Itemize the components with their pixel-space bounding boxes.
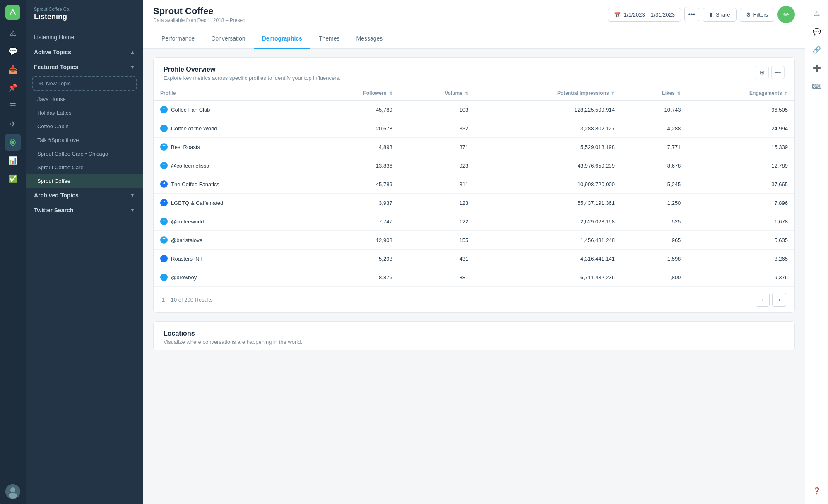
card-title: Profile Overview: [164, 66, 341, 73]
tab-themes[interactable]: Themes: [310, 29, 348, 49]
topbar: Sprout Coffee Data available from Dec 1,…: [143, 0, 805, 29]
pagination-buttons: ‹ ›: [756, 293, 786, 307]
table-row: T @coffeeworld 7,747 122 2,629,023,158 5…: [154, 212, 794, 231]
cell-volume: 881: [399, 268, 475, 287]
col-volume[interactable]: Volume ⇅: [399, 86, 475, 101]
cell-impressions: 128,225,509,914: [475, 101, 621, 119]
table-row: f Roasters INT 5,298 431 4,316,441,141 1…: [154, 250, 794, 268]
right-rail-link-icon[interactable]: 🔗: [809, 41, 825, 58]
featured-topics-label: Featured Topics: [34, 64, 78, 70]
cell-impressions: 3,288,802,127: [475, 119, 621, 138]
locations-subtitle: Visualize where conversations are happen…: [164, 339, 302, 345]
card-more-button[interactable]: •••: [771, 66, 785, 79]
sidebar-item-listening-home[interactable]: Listening Home: [26, 30, 143, 45]
right-rail-chat-icon[interactable]: 💬: [809, 23, 825, 40]
tab-conversation[interactable]: Conversation: [203, 29, 254, 49]
cell-engagements: 15,339: [687, 138, 794, 156]
profile-name: The Coffee Fanatics: [171, 181, 219, 187]
svg-point-3: [10, 487, 15, 492]
icon-rail: ⚠ 💬 📥 📌 ☰ ✈ 📊 ✅: [0, 0, 26, 504]
topbar-left: Sprout Coffee Data available from Dec 1,…: [153, 6, 247, 23]
chevron-down-icon: ▼: [130, 64, 135, 70]
nav-icon-send[interactable]: ✈: [5, 116, 21, 132]
share-button[interactable]: ⬆ Share: [703, 8, 737, 22]
card-actions: ⊞ •••: [756, 66, 785, 79]
compose-button[interactable]: ✏: [777, 6, 795, 23]
nav-icon-listening[interactable]: [5, 134, 21, 151]
new-topic-button[interactable]: ⊕ New Topic: [32, 76, 137, 91]
date-range-button[interactable]: 📅 1/1/2023 – 1/31/2023: [608, 8, 681, 22]
cell-volume: 122: [399, 212, 475, 231]
table-row: T @brewboy 8,876 881 6,711,432,236 1,800…: [154, 268, 794, 287]
profile-name: Roasters INT: [171, 256, 203, 262]
sidebar-section-active-topics[interactable]: Active Topics ▲: [26, 45, 143, 60]
cell-likes: 8,678: [621, 156, 687, 175]
sidebar-section-twitter-search[interactable]: Twitter Search ▼: [26, 203, 143, 218]
col-followers[interactable]: Followers ⇅: [311, 86, 399, 101]
ellipsis-icon: •••: [688, 11, 696, 18]
nav-icon-analytics[interactable]: 📊: [5, 152, 21, 169]
cell-likes: 1,250: [621, 194, 687, 212]
pagination-next-button[interactable]: ›: [772, 293, 786, 307]
table-pagination: 1 – 10 of 200 Results ‹ ›: [154, 286, 794, 312]
tab-performance[interactable]: Performance: [153, 29, 203, 49]
twitter-icon: T: [160, 274, 168, 281]
nav-icon-chat[interactable]: 💬: [5, 43, 21, 60]
sidebar-item-sprout-coffee-care[interactable]: Sprout Coffee Care: [26, 161, 143, 174]
nav-icon-pin[interactable]: 📌: [5, 79, 21, 96]
right-rail-alert-icon[interactable]: ⚠: [809, 5, 825, 22]
twitter-icon: T: [160, 125, 168, 132]
col-likes[interactable]: Likes ⇅: [621, 86, 687, 101]
plus-icon: ⊕: [39, 80, 43, 86]
nav-icon-inbox[interactable]: 📥: [5, 61, 21, 78]
twitter-icon: T: [160, 143, 168, 151]
right-rail-add-icon[interactable]: ➕: [809, 60, 825, 76]
table-view-button[interactable]: ⊞: [756, 66, 769, 79]
cell-impressions: 4,316,441,141: [475, 250, 621, 268]
facebook-icon: f: [160, 255, 168, 262]
table-row: T @coffeemelissa 13,836 923 43,976,659,2…: [154, 156, 794, 175]
pagination-prev-button[interactable]: ‹: [756, 293, 770, 307]
col-engagements[interactable]: Engagements ⇅: [687, 86, 794, 101]
profile-name: @coffeeworld: [171, 218, 204, 225]
locations-card-header: Locations Visualize where conversations …: [154, 322, 794, 350]
cell-impressions: 10,908,720,000: [475, 175, 621, 194]
col-impressions[interactable]: Potential Impressions ⇅: [475, 86, 621, 101]
nav-icon-list[interactable]: ☰: [5, 98, 21, 114]
nav-icon-tasks[interactable]: ✅: [5, 170, 21, 187]
filters-button[interactable]: ⚙ Filters: [740, 8, 774, 22]
cell-followers: 45,789: [311, 175, 399, 194]
new-topic-label: New Topic: [46, 80, 71, 86]
sidebar-section-featured-topics[interactable]: Featured Topics ▼: [26, 60, 143, 74]
tab-messages[interactable]: Messages: [348, 29, 391, 49]
nav-icon-alert[interactable]: ⚠: [5, 25, 21, 41]
user-avatar[interactable]: [5, 484, 20, 499]
sidebar-item-holiday-lattes[interactable]: Holiday Lattes: [26, 106, 143, 120]
col-profile: Profile: [154, 86, 311, 101]
cell-volume: 332: [399, 119, 475, 138]
sidebar-item-talk-sproutlove[interactable]: Talk #SproutLove: [26, 133, 143, 147]
right-rail-help-icon[interactable]: ❓: [809, 482, 825, 499]
chevron-down-icon-2: ▼: [130, 192, 135, 198]
cell-followers: 8,876: [311, 268, 399, 287]
sidebar-section-archived-topics[interactable]: Archived Topics ▼: [26, 188, 143, 203]
more-options-button[interactable]: •••: [684, 7, 699, 22]
twitter-search-label: Twitter Search: [34, 207, 73, 214]
sidebar-item-sprout-coffee-care-chicago[interactable]: Sprout Coffee Care • Chicago: [26, 147, 143, 161]
card-subtitle: Explore key metrics across specific prof…: [164, 75, 341, 81]
cell-followers: 13,836: [311, 156, 399, 175]
sidebar-item-coffee-cabin[interactable]: Coffee Cabin: [26, 120, 143, 133]
tab-demographics[interactable]: Demographics: [254, 29, 310, 49]
edit-icon: ✏: [783, 10, 789, 19]
profile-table: Profile Followers ⇅ Volume ⇅ Potential I…: [154, 86, 794, 286]
right-rail-keyboard-icon[interactable]: ⌨: [809, 78, 825, 94]
sidebar-item-java-house[interactable]: Java House: [26, 92, 143, 106]
right-rail: ⚠ 💬 🔗 ➕ ⌨ ❓: [805, 0, 828, 504]
cell-likes: 5,245: [621, 175, 687, 194]
profile-overview-card: Profile Overview Explore key metrics acr…: [153, 57, 795, 313]
sidebar-item-sprout-coffee[interactable]: Sprout Coffee: [26, 174, 143, 188]
cell-impressions: 55,437,191,361: [475, 194, 621, 212]
sidebar-title: Listening: [34, 12, 135, 21]
cell-engagements: 9,376: [687, 268, 794, 287]
filter-icon: ⚙: [746, 12, 751, 18]
